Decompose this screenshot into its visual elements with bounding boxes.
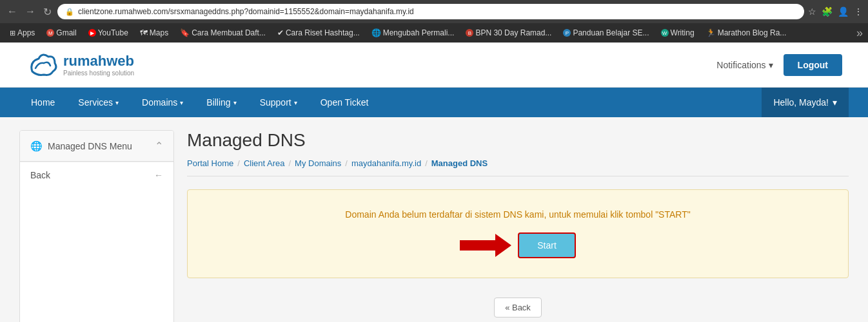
nav-services-label: Services [78,97,113,108]
bookmark-panduan[interactable]: P Panduan Belajar SE... [558,26,653,39]
globe-icon: 🌐 [30,140,43,152]
logo-name: rumahweb [63,53,134,70]
bookmark-youtube-label: YouTube [98,28,128,37]
bookmark-marathon-label: Marathon Blog Ra... [718,28,787,37]
bookmark-gmail[interactable]: M Gmail [42,26,81,39]
back-arrow-icon: ← [154,170,163,180]
youtube-icon: ▶ [88,29,96,37]
sidebar-back-label: Back [30,170,50,180]
nav-item-open-ticket[interactable]: Open Ticket [309,88,380,117]
bookmark-apps-label: Apps [17,28,35,37]
cara-riset-icon: ✔ [277,28,284,37]
red-arrow-icon [460,234,511,257]
start-button[interactable]: Start [518,232,576,258]
bookmarks-more-icon[interactable]: » [856,26,863,40]
sidebar-header-left: 🌐 Managed DNS Menu [30,140,132,152]
bookmark-writing-label: Writing [671,28,695,37]
content-area: 🌐 Managed DNS Menu ⌃ Back ← Managed DNS … [0,117,868,322]
mengubah-icon: 🌐 [371,28,381,37]
bookmark-gmail-label: Gmail [56,28,76,37]
logo-tagline: Painless hosting solution [63,70,134,77]
nav-support-label: Support [260,97,291,108]
nav-item-home[interactable]: Home [19,88,66,117]
cara-membuat-icon: 🔖 [180,28,190,37]
browser-reload-button[interactable]: ↻ [41,6,54,18]
bookmark-apps[interactable]: ⊞ Apps [5,26,39,39]
domains-caret-icon: ▾ [180,99,183,106]
nav-item-support[interactable]: Support ▾ [248,88,309,117]
breadcrumb-sep-4: / [425,158,428,168]
support-caret-icon: ▾ [294,99,297,106]
bookmark-cara-riset[interactable]: ✔ Cara Riset Hashtag... [273,26,364,39]
browser-actions: ☆ 🧩 👤 ⋮ [808,6,863,17]
logo-icon [26,49,58,81]
breadcrumb-portal-home[interactable]: Portal Home [187,158,233,168]
sidebar: 🌐 Managed DNS Menu ⌃ Back ← [19,130,174,322]
breadcrumb-sep-2: / [288,158,291,168]
marathon-icon: 🏃 [706,28,716,37]
nav-home-label: Home [31,97,55,108]
extensions-icon[interactable]: 🧩 [822,6,833,17]
maps-icon: 🗺 [140,28,148,37]
nav-item-billing[interactable]: Billing ▾ [195,88,248,117]
nav-billing-label: Billing [206,97,230,108]
breadcrumb-my-domains[interactable]: My Domains [295,158,341,168]
nav-item-domains[interactable]: Domains ▾ [130,88,195,117]
services-caret-icon: ▾ [115,99,119,106]
bookmark-youtube[interactable]: ▶ YouTube [84,26,133,39]
menu-icon[interactable]: ⋮ [854,6,863,17]
bpn-icon: B [466,29,473,37]
logo: rumahweb Painless hosting solution [26,49,134,81]
page: rumahweb Painless hosting solution Notif… [0,43,868,322]
back-button[interactable]: « Back [494,298,542,317]
lock-icon: 🔒 [65,8,74,16]
bookmark-bpn[interactable]: B BPN 30 Day Ramad... [461,26,556,39]
svg-marker-0 [460,234,511,257]
profile-icon[interactable]: 👤 [838,6,849,17]
sidebar-header: 🌐 Managed DNS Menu ⌃ [20,131,173,162]
browser-chrome: ← → ↻ 🔒 clientzone.rumahweb.com/srsxmana… [0,0,868,23]
bookmark-cara-membuat-label: Cara Membuat Daft... [192,28,266,37]
nav-open-ticket-label: Open Ticket [321,97,369,108]
breadcrumb-sep-1: / [237,158,240,168]
header-right: Notifications ▾ Logout [716,54,842,76]
browser-back-button[interactable]: ← [5,6,19,17]
breadcrumb-client-area[interactable]: Client Area [244,158,285,168]
sidebar-collapse-icon[interactable]: ⌃ [155,140,163,152]
logout-button[interactable]: Logout [784,54,842,76]
apps-icon: ⊞ [10,29,15,37]
bookmark-marathon[interactable]: 🏃 Marathon Blog Ra... [702,26,791,39]
notifications-label: Notifications [716,60,765,70]
bookmark-cara-membuat[interactable]: 🔖 Cara Membuat Daft... [175,26,270,39]
site-nav: Home Services ▾ Domains ▾ Billing ▾ Supp… [0,88,868,117]
notifications-button[interactable]: Notifications ▾ [716,60,773,70]
panduan-icon: P [563,29,571,37]
browser-forward-button[interactable]: → [23,6,37,17]
writing-icon: W [661,29,669,37]
breadcrumb-domain-name[interactable]: maydahanifa.my.id [351,158,421,168]
page-title: Managed DNS [187,130,849,151]
breadcrumb-current: Managed DNS [431,158,488,168]
bookmark-mengubah[interactable]: 🌐 Mengubah Permali... [367,26,459,39]
gmail-icon: M [46,29,54,37]
star-icon[interactable]: ☆ [808,6,816,17]
alert-box: Domain Anda belum terdaftar di sistem DN… [187,189,849,278]
hello-label: Hello, Mayda! [773,97,829,108]
nav-item-services[interactable]: Services ▾ [66,88,130,117]
back-button-container: « Back [187,291,849,322]
arrow-indicator [460,234,511,257]
sidebar-menu-label: Managed DNS Menu [48,141,132,151]
notifications-caret-icon: ▾ [769,60,773,70]
breadcrumb-sep-3: / [345,158,348,168]
hello-button[interactable]: Hello, Mayda! ▾ [762,88,849,117]
bookmark-writing[interactable]: W Writing [656,26,699,39]
bookmark-maps[interactable]: 🗺 Maps [135,26,173,39]
site-header: rumahweb Painless hosting solution Notif… [0,43,868,88]
billing-caret-icon: ▾ [233,99,237,106]
sidebar-back-item[interactable]: Back ← [20,162,173,188]
bookmarks-bar: ⊞ Apps M Gmail ▶ YouTube 🗺 Maps 🔖 Cara M… [0,23,868,43]
main-content: Managed DNS Portal Home / Client Area / … [187,130,849,322]
address-bar[interactable]: 🔒 clientzone.rumahweb.com/srsxmanageddns… [57,4,804,19]
hello-caret-icon: ▾ [833,97,837,108]
bookmark-mengubah-label: Mengubah Permali... [383,28,455,37]
